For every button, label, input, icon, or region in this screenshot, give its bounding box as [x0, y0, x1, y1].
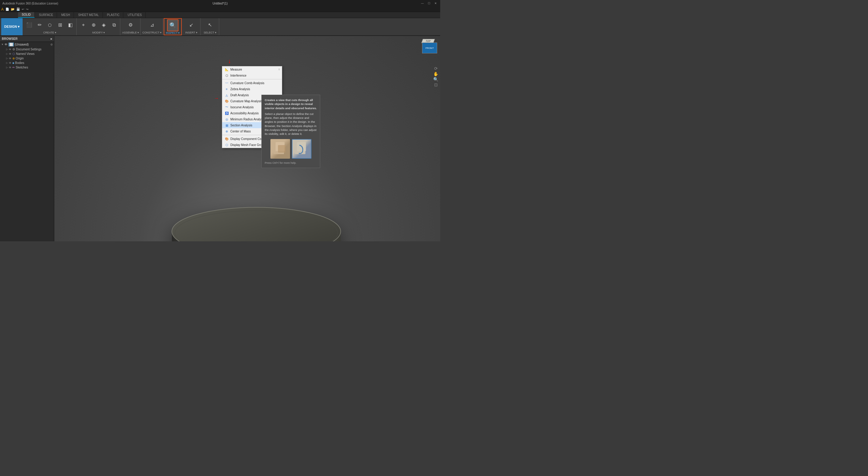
- browser-expand-icon[interactable]: ▸: [51, 37, 52, 40]
- bodies-arrow: ▷: [6, 62, 8, 64]
- section-analysis-icon: ▦: [225, 123, 229, 127]
- tooltip-help-text: Press Ctrl+/ for more help.: [265, 161, 317, 165]
- group-construct: ⊿ CONSTRUCT ▾: [141, 18, 163, 35]
- tab-plastic[interactable]: PLASTIC: [103, 12, 124, 18]
- sidebar: BROWSER ▸ ▼ 👁 ⬜ (Unsaved) ⚙ ▷ 👁 ⚙ Docume…: [0, 36, 54, 241]
- tab-sheet-metal[interactable]: SHEET METAL: [74, 12, 103, 18]
- new-button[interactable]: 📄: [5, 7, 9, 11]
- modify-more-button[interactable]: ⧉: [109, 19, 119, 31]
- extrude-icon: ⬡: [48, 23, 52, 27]
- browser-header: BROWSER ▸: [0, 36, 54, 42]
- 3d-cylinder: [166, 204, 347, 241]
- doc-settings-arrow: ▷: [6, 48, 8, 51]
- cube-front-label: FRONT: [425, 47, 434, 50]
- cube-front-face[interactable]: FRONT: [422, 42, 437, 53]
- more-icon: ◧: [68, 23, 73, 27]
- assemble-button[interactable]: ⚙: [126, 19, 135, 31]
- minimize-button[interactable]: —: [420, 1, 425, 5]
- tooltip-images: [265, 139, 317, 159]
- scale-icon: ◈: [102, 23, 105, 27]
- browser-title: BROWSER: [2, 37, 18, 40]
- bodies-label: Bodies: [15, 61, 24, 64]
- group-inspect: 🔍 INSPECT ▾: [164, 18, 182, 35]
- tab-surface[interactable]: SURFACE: [35, 12, 57, 18]
- group-select: ↖ SELECT ▾: [201, 18, 219, 35]
- undo-button[interactable]: ↩: [22, 7, 24, 11]
- create-extrude-button[interactable]: ⬡: [45, 19, 55, 31]
- insert-group-label: INSERT ▾: [185, 31, 197, 35]
- group-modify: ⌖ ⊕ ◈ ⧉ MODIFY ▾: [77, 18, 120, 35]
- bodies-eye: 👁: [9, 62, 11, 64]
- browser-item-unsaved[interactable]: ▼ 👁 ⬜ (Unsaved) ⚙: [0, 42, 54, 47]
- menu-item-zebra[interactable]: ≡ Zebra Analysis: [222, 86, 282, 92]
- modify-shell-button[interactable]: ⊕: [89, 19, 98, 31]
- red-arrow-section: →: [214, 96, 219, 101]
- inspect-button[interactable]: 🔍: [167, 19, 179, 31]
- curvature-map-icon: 🎨: [225, 99, 229, 103]
- group-create: ⬛ ✏ ⬡ ⊞ ◧ CREATE ▾: [23, 18, 76, 35]
- close-button[interactable]: ✕: [434, 1, 438, 5]
- toolbar-area: A 📄 📂 💾 ↩ ↪ SOLID SURFACE MESH SHEET MET…: [0, 7, 440, 36]
- shell-icon: ⊕: [92, 23, 96, 27]
- assemble-icon: ⚙: [128, 23, 133, 27]
- menu-item-measure[interactable]: 📐 Measure I: [222, 66, 282, 72]
- create-revolve-button[interactable]: ⊞: [55, 19, 65, 31]
- menu-item-curvature-comb[interactable]: 〰 Curvature Comb Analysis: [222, 80, 282, 86]
- create-more-button[interactable]: ◧: [65, 19, 75, 31]
- tab-row: SOLID SURFACE MESH SHEET METAL PLASTIC U…: [0, 12, 440, 18]
- fit-button[interactable]: ⊡: [433, 82, 438, 87]
- titlebar: Autodesk Fusion 360 (Education License) …: [0, 0, 440, 7]
- named-views-arrow: ▷: [6, 53, 8, 55]
- select-button[interactable]: ↖: [205, 19, 215, 31]
- ribbon: DESIGN ▾ ⬛ ✏ ⬡ ⊞ ◧ CREAT: [0, 18, 440, 36]
- select-group-label: SELECT ▾: [204, 31, 216, 35]
- doc-settings-eye: 👁: [9, 48, 11, 51]
- design-dropdown[interactable]: DESIGN ▾: [1, 18, 23, 35]
- zoom-button[interactable]: 🔍: [433, 77, 438, 82]
- sketches-label: Sketches: [16, 66, 28, 69]
- assemble-group-label: ASSEMBLE ▾: [122, 31, 139, 35]
- orbit-button[interactable]: ⟳: [433, 66, 438, 71]
- viewport[interactable]: TOP FRONT ⟳ ✋ 🔍 ⊡ 📐 Measure I ⬡ Interfer…: [54, 36, 440, 241]
- browser-item-named-views[interactable]: ▷ 👁 ⬡ Named Views: [0, 52, 54, 56]
- open-button[interactable]: 📂: [11, 7, 14, 11]
- browser-item-origin[interactable]: ▷ 👁 ⊕ Origin: [0, 56, 54, 61]
- save-button[interactable]: 💾: [16, 7, 20, 11]
- modify-fillet-button[interactable]: ⌖: [79, 19, 88, 31]
- construct-button[interactable]: ⊿: [147, 19, 157, 31]
- construct-icon: ⊿: [150, 23, 154, 27]
- maximize-button[interactable]: ☐: [427, 1, 431, 5]
- insert-button[interactable]: ↙: [187, 19, 196, 31]
- browser-item-document-settings[interactable]: ▷ 👁 ⚙ Document Settings: [0, 47, 54, 52]
- modify-scale-button[interactable]: ◈: [99, 19, 108, 31]
- nav-cube[interactable]: TOP FRONT: [419, 39, 437, 57]
- cube-top-label: TOP: [425, 40, 431, 42]
- doc-settings-label: Document Settings: [16, 48, 41, 51]
- modify-group-label: MODIFY ▾: [92, 31, 105, 35]
- redo-button[interactable]: ↪: [26, 7, 28, 11]
- browser-item-sketches[interactable]: ▷ 👁 ✏ Sketches: [0, 65, 54, 70]
- tab-mesh[interactable]: MESH: [58, 12, 74, 18]
- create-new-body-button[interactable]: ⬛: [24, 19, 34, 31]
- tab-utilities[interactable]: UTILITIES: [124, 12, 146, 18]
- min-radius-icon: ◎: [225, 117, 229, 121]
- bodies-icon: ■: [12, 61, 14, 64]
- origin-icon: ⊕: [12, 57, 15, 60]
- construct-group-label: CONSTRUCT ▾: [142, 31, 162, 35]
- named-views-label: Named Views: [16, 52, 35, 56]
- center-mass-icon: ⊕: [225, 129, 229, 133]
- sketch-icon: ✏: [38, 23, 41, 27]
- unsaved-settings-icon[interactable]: ⚙: [50, 43, 53, 46]
- create-group-label: CREATE ▾: [43, 31, 56, 35]
- pan-button[interactable]: ✋: [433, 71, 438, 76]
- origin-arrow: ▷: [6, 57, 8, 60]
- app-title: Autodesk Fusion 360 (Education License): [2, 2, 58, 5]
- red-arrow-inspect: ↓: [228, 58, 231, 64]
- tab-solid[interactable]: SOLID: [18, 12, 35, 18]
- menu-item-interference[interactable]: ⬡ Interference: [222, 72, 282, 79]
- tooltip-description: Creates a view that cuts through all vis…: [265, 98, 317, 110]
- display-mesh-icon: ⬡: [225, 143, 229, 147]
- create-sketch-button[interactable]: ✏: [35, 19, 44, 31]
- inspect-icon: 🔍: [169, 23, 176, 28]
- browser-item-bodies[interactable]: ▷ 👁 ■ Bodies: [0, 61, 54, 65]
